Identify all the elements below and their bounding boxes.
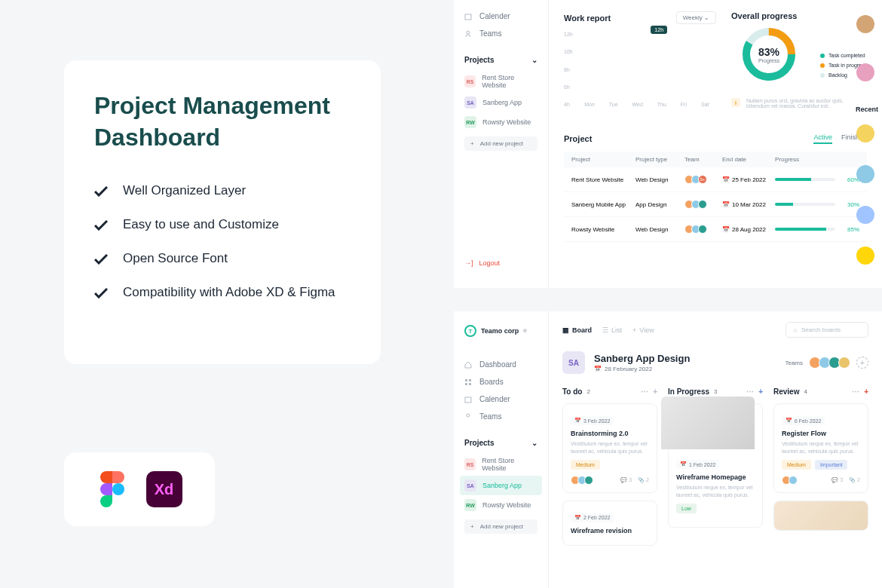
brand-logo: T	[464, 325, 476, 337]
bars: 12h Mon Tue Wed Thu Fri Sat	[577, 32, 716, 107]
plus-icon[interactable]: +	[653, 387, 657, 396]
plus-icon[interactable]: +	[758, 387, 763, 396]
more-icon[interactable]: ⋯	[852, 387, 859, 396]
board-date: 📅 28 February 2022	[594, 366, 690, 372]
sidebar-project-item[interactable]: RWRowsty Website	[464, 495, 537, 515]
nav-teams[interactable]: Teams	[464, 25, 537, 42]
nav-teams[interactable]: Teams	[464, 408, 537, 425]
user-icon	[464, 30, 472, 38]
overall-title: Overall progress	[731, 11, 867, 20]
search-icon: ⌕	[794, 326, 798, 333]
avatar[interactable]	[856, 247, 874, 265]
plus-icon[interactable]: +	[864, 387, 868, 396]
kanban-card[interactable]: 📅 6 Feb 2022 Register Flow Vestibulum ne…	[773, 403, 868, 493]
avatar[interactable]	[856, 124, 874, 142]
view-tab-add[interactable]: + View	[632, 326, 654, 334]
sidebar-bottom: TTeamo corp® Dashboard Boards Calender T…	[454, 311, 549, 588]
sidebar-project-item[interactable]: SASanberg App	[460, 476, 542, 495]
view-tabs: ▦ Board ☰ List + View	[562, 326, 654, 334]
card-desc: Vestibulum neque ex, tempor vel laoreet …	[571, 440, 649, 455]
search-input[interactable]: ⌕Search boards	[786, 322, 868, 338]
info-bar: iNullam purus orci, gravida ac auctor qu…	[731, 98, 867, 109]
card-title: Brainstorming 2.0	[571, 430, 649, 437]
table-row[interactable]: Rowsty WebsiteWeb Design 📅 28 Aug 2022 8…	[564, 217, 867, 242]
table-row[interactable]: Sanberg Mobile AppApp Design 📅 10 Mar 20…	[564, 192, 867, 217]
feature-item: Compatibility with Adobe XD & Figma	[94, 285, 351, 300]
view-tab-board[interactable]: ▦ Board	[562, 326, 592, 334]
kanban-card[interactable]: 📅 3 Feb 2022 Brainstorming 2.0 Vestibulu…	[562, 403, 657, 493]
chevron-down-icon[interactable]: ⌄	[531, 56, 537, 64]
tag-low: Low	[676, 504, 697, 513]
card-image	[661, 397, 755, 449]
plus-icon: +	[470, 523, 474, 530]
promo-title: Project Management Dashboard	[94, 90, 351, 153]
add-team-button[interactable]: +	[856, 357, 868, 369]
dashboard-panel-bottom: TTeamo corp® Dashboard Boards Calender T…	[454, 311, 882, 588]
projects-section-title: Projects⌄	[464, 56, 537, 64]
column-review: Review4⋯+ 📅 6 Feb 2022 Register Flow Ves…	[773, 387, 868, 553]
dashboard-panel-top: Calender Teams Projects⌄ RSRent Store We…	[454, 0, 882, 288]
avatar[interactable]	[856, 206, 874, 224]
feature-list: Well Organized Layer Easy to use and Cus…	[94, 183, 351, 300]
feature-item: Well Organized Layer	[94, 183, 351, 198]
project-badge: RS	[464, 75, 476, 87]
sidebar-project-item[interactable]: RSRent Store Website	[464, 70, 537, 93]
board-badge: SA	[562, 351, 585, 374]
sidebar-project-item[interactable]: SASanberg App	[464, 93, 537, 112]
filter-dropdown[interactable]: Weekly ⌄	[676, 11, 716, 24]
nav-boards[interactable]: Boards	[464, 373, 537, 390]
svg-point-11	[467, 414, 470, 417]
avatar[interactable]	[856, 15, 874, 33]
add-project-button[interactable]: +Add new project	[464, 136, 537, 151]
card-image	[774, 501, 868, 531]
add-project-button[interactable]: +Add new project	[464, 519, 537, 534]
table-row[interactable]: Rent Store WebsiteWeb Design 3+ 📅 25 Feb…	[564, 167, 867, 192]
kanban-card[interactable]	[773, 501, 868, 531]
card-date: 📅 1 Feb 2022	[676, 460, 719, 469]
recent-label: Recent	[856, 106, 878, 113]
tab-active[interactable]: Active	[813, 133, 832, 144]
kanban-card[interactable]: 📅 2 Feb 2022 Wireframe revision	[562, 501, 657, 546]
work-report-title: Work report	[564, 14, 611, 23]
sidebar-project-item[interactable]: RWRowsty Website	[464, 112, 537, 132]
check-icon	[94, 220, 108, 231]
nav-calendar[interactable]: Calender	[464, 390, 537, 408]
svg-rect-7	[469, 379, 471, 381]
nav-dashboard[interactable]: Dashboard	[464, 356, 537, 373]
project-table: Project Active Finished ProjectProject t…	[564, 133, 867, 242]
chevron-down-icon[interactable]: ⌄	[531, 439, 537, 447]
project-table-title: Project	[564, 134, 592, 143]
chart-tooltip: 12h	[651, 26, 667, 34]
check-icon	[94, 186, 108, 197]
avatar[interactable]	[856, 63, 874, 81]
kanban-board: To do2⋯+ 📅 3 Feb 2022 Brainstorming 2.0 …	[562, 387, 868, 553]
table-header-row: ProjectProject typeTeamEnd dateProgress	[564, 152, 867, 167]
more-icon[interactable]: ⋯	[746, 387, 754, 396]
sidebar-project-item[interactable]: RSRent Store Website	[464, 453, 537, 476]
y-axis: 12h10h8h6h4h	[564, 32, 577, 107]
more-icon[interactable]: ⋯	[641, 387, 648, 396]
projects-section-title: Projects⌄	[464, 439, 537, 447]
brand[interactable]: TTeamo corp®	[464, 325, 537, 337]
sidebar: Calender Teams Projects⌄ RSRent Store We…	[454, 0, 549, 288]
main-content-top: Work report Weekly ⌄ 12h10h8h6h4h 12h Mo…	[549, 0, 882, 288]
plus-icon: +	[470, 140, 474, 147]
work-report-chart: Work report Weekly ⌄ 12h10h8h6h4h 12h Mo…	[564, 11, 716, 122]
card-date: 📅 6 Feb 2022	[782, 416, 825, 425]
tag-important: Important	[815, 460, 848, 470]
column-todo: To do2⋯+ 📅 3 Feb 2022 Brainstorming 2.0 …	[562, 387, 657, 553]
grid-icon	[464, 378, 472, 386]
kanban-card[interactable]: 📅 1 Feb 2022 Wireframe Homepage Vestibul…	[668, 403, 763, 528]
view-tab-list[interactable]: ☰ List	[602, 326, 622, 334]
svg-point-0	[112, 483, 124, 495]
promo-card: Project Management Dashboard Well Organi…	[64, 60, 381, 364]
nav-calendar[interactable]: Calender	[464, 8, 537, 25]
teams-section: Teams +	[785, 357, 868, 369]
tools-card: Xd	[64, 452, 215, 526]
check-icon	[94, 288, 108, 299]
logout-button[interactable]: →]Logout	[464, 259, 500, 267]
avatar[interactable]	[856, 165, 874, 183]
check-icon	[94, 254, 108, 265]
user-icon	[464, 413, 472, 421]
card-title: Wireframe Homepage	[676, 473, 755, 481]
